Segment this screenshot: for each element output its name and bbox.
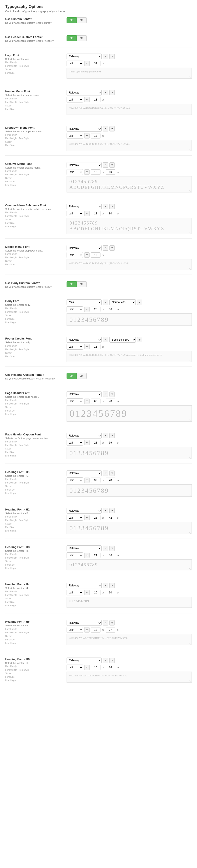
h6-subset-arrow-icon[interactable]: ▾ bbox=[84, 665, 89, 670]
use-custom-fonts-off-btn[interactable]: Off bbox=[77, 17, 87, 23]
page-header-font-x-icon[interactable]: ✕ bbox=[103, 392, 108, 397]
header-menu-font-resize-handle[interactable]: ⤡ bbox=[189, 112, 191, 114]
h3-font-subset-select[interactable]: Latin bbox=[67, 552, 83, 558]
mobile-menu-font-x-icon[interactable]: ✕ bbox=[103, 245, 108, 251]
h2-font-size-input[interactable] bbox=[91, 515, 101, 520]
page-header-font-subset-select[interactable]: Latin bbox=[67, 398, 83, 404]
h2-font-arrow-icon[interactable]: ▾ bbox=[110, 508, 115, 513]
dropdown-menu-subset-arrow-icon[interactable]: ▾ bbox=[84, 133, 89, 138]
creative-menu-sub-font-subset-select[interactable]: Latin bbox=[67, 211, 83, 216]
h2-font-resize-handle[interactable]: ⤡ bbox=[189, 531, 191, 533]
body-font-weight-arrow-icon[interactable]: ▾ bbox=[137, 300, 142, 305]
creative-menu-sub-subset-arrow-icon[interactable]: ▾ bbox=[84, 211, 89, 216]
footer-credits-font-size-input[interactable] bbox=[91, 344, 101, 349]
h5-font-size-input[interactable] bbox=[91, 627, 101, 632]
page-header-caption-font-x-icon[interactable]: ✕ bbox=[103, 433, 108, 438]
h4-font-arrow-icon[interactable]: ▾ bbox=[110, 583, 115, 588]
dropdown-menu-font-resize-handle[interactable]: ⤡ bbox=[189, 148, 191, 150]
logo-font-subset-select[interactable]: Latin bbox=[67, 61, 83, 66]
page-header-font-arrow-icon[interactable]: ▾ bbox=[110, 392, 115, 397]
header-menu-font-size-input[interactable] bbox=[91, 97, 101, 102]
footer-credits-font-weight-arrow-icon[interactable]: ▾ bbox=[137, 337, 142, 342]
use-body-custom-fonts-on-btn[interactable]: On bbox=[67, 281, 77, 287]
creative-menu-font-resize-handle[interactable]: ⤡ bbox=[189, 190, 191, 192]
mobile-menu-font-arrow-icon[interactable]: ▾ bbox=[110, 245, 115, 251]
dropdown-menu-font-size-input[interactable] bbox=[91, 133, 101, 138]
use-heading-custom-fonts-off-btn[interactable]: Off bbox=[77, 373, 87, 379]
page-header-font-resize-handle[interactable]: ⤡ bbox=[189, 419, 191, 421]
body-subset-arrow-icon[interactable]: ▾ bbox=[84, 307, 89, 312]
creative-menu-font-family-select[interactable]: Raleway bbox=[67, 162, 102, 168]
h2-font-x-icon[interactable]: ✕ bbox=[103, 508, 108, 513]
h3-font-lh-input[interactable] bbox=[106, 553, 115, 558]
h2-font-subset-select[interactable]: Latin bbox=[67, 515, 83, 521]
creative-menu-sub-font-resize-handle[interactable]: ⤡ bbox=[189, 231, 191, 233]
logo-font-resize-handle[interactable]: ⤡ bbox=[189, 76, 191, 78]
logo-font-family-select[interactable]: Raleway bbox=[67, 54, 102, 59]
page-header-subset-arrow-icon[interactable]: ▾ bbox=[84, 399, 89, 404]
h4-font-resize-handle[interactable]: ⤡ bbox=[189, 605, 191, 607]
page-header-caption-font-lh-input[interactable] bbox=[106, 440, 115, 445]
h6-font-size-input[interactable] bbox=[91, 665, 101, 670]
header-menu-font-subset-select[interactable]: Latin bbox=[67, 97, 83, 102]
page-header-caption-font-family-select[interactable]: Raleway bbox=[67, 433, 102, 438]
h6-font-arrow-icon[interactable]: ▾ bbox=[110, 658, 115, 663]
h2-font-family-select[interactable]: Raleway bbox=[67, 508, 102, 514]
body-font-lh-input[interactable] bbox=[106, 307, 115, 312]
h1-font-lh-input[interactable] bbox=[106, 477, 115, 483]
footer-credits-subset-arrow-icon[interactable]: ▾ bbox=[84, 344, 89, 349]
h2-subset-arrow-icon[interactable]: ▾ bbox=[84, 515, 89, 520]
creative-menu-subset-arrow-icon[interactable]: ▾ bbox=[84, 169, 89, 175]
logo-subset-arrow-icon[interactable]: ▾ bbox=[84, 61, 89, 66]
h5-font-arrow-icon[interactable]: ▾ bbox=[110, 620, 115, 625]
creative-menu-font-x-icon[interactable]: ✕ bbox=[103, 162, 108, 168]
h1-font-family-select[interactable]: Raleway bbox=[67, 470, 102, 476]
mobile-menu-font-size-input[interactable] bbox=[91, 252, 101, 258]
use-heading-custom-fonts-on-btn[interactable]: On bbox=[67, 373, 77, 379]
h5-font-subset-select[interactable]: Latin bbox=[67, 627, 83, 633]
use-header-custom-fonts-off-btn[interactable]: Off bbox=[77, 35, 87, 41]
body-font-weight-select[interactable]: Normal 400 bbox=[110, 299, 136, 305]
creative-menu-font-size-input[interactable] bbox=[91, 169, 101, 175]
page-header-caption-font-size-input[interactable] bbox=[91, 440, 101, 445]
logo-font-x-icon[interactable]: ✕ bbox=[103, 54, 108, 59]
footer-credits-font-weight-select[interactable]: Semi-Bold 600 bbox=[110, 337, 136, 343]
creative-menu-sub-font-x-icon[interactable]: ✕ bbox=[103, 204, 108, 209]
footer-credits-font-x-icon[interactable]: ✕ bbox=[103, 337, 108, 342]
h3-font-resize-handle[interactable]: ⤡ bbox=[189, 567, 191, 570]
h1-font-resize-handle[interactable]: ⤡ bbox=[189, 494, 191, 496]
use-custom-fonts-on-btn[interactable]: On bbox=[67, 17, 77, 23]
body-font-x-icon[interactable]: ✕ bbox=[103, 300, 108, 305]
h3-font-size-input[interactable] bbox=[91, 553, 101, 558]
footer-credits-font-family-select[interactable]: Raleway bbox=[67, 337, 102, 343]
h3-font-x-icon[interactable]: ✕ bbox=[103, 546, 108, 551]
h6-font-resize-handle[interactable]: ⤡ bbox=[189, 680, 191, 682]
footer-credits-font-subset-select[interactable]: Latin bbox=[67, 344, 83, 350]
logo-font-arrow-icon[interactable]: ▾ bbox=[110, 54, 115, 59]
h3-font-family-select[interactable]: Raleway bbox=[67, 546, 102, 551]
dropdown-menu-font-subset-select[interactable]: Latin bbox=[67, 133, 83, 139]
creative-menu-font-arrow-icon[interactable]: ▾ bbox=[110, 162, 115, 168]
page-header-caption-font-subset-select[interactable]: Latin bbox=[67, 440, 83, 445]
creative-menu-font-subset-select[interactable]: Latin bbox=[67, 169, 83, 175]
creative-menu-font-lh-input[interactable] bbox=[106, 169, 115, 175]
h4-font-family-select[interactable]: Raleway bbox=[67, 583, 102, 588]
h5-font-lh-input[interactable] bbox=[106, 627, 115, 632]
h5-font-x-icon[interactable]: ✕ bbox=[103, 620, 108, 625]
h5-font-family-select[interactable]: Raleway bbox=[67, 620, 102, 626]
h6-font-lh-input[interactable] bbox=[106, 665, 115, 670]
dropdown-menu-font-x-icon[interactable]: ✕ bbox=[103, 126, 108, 131]
h4-font-lh-input[interactable] bbox=[106, 590, 115, 595]
h4-font-subset-select[interactable]: Latin bbox=[67, 590, 83, 595]
h5-font-resize-handle[interactable]: ⤡ bbox=[189, 642, 191, 644]
h4-font-size-input[interactable] bbox=[91, 590, 101, 595]
body-font-size-input[interactable] bbox=[91, 307, 101, 312]
h4-font-x-icon[interactable]: ✕ bbox=[103, 583, 108, 588]
page-header-caption-font-resize-handle[interactable]: ⤡ bbox=[189, 456, 191, 459]
page-header-font-lh-input[interactable] bbox=[106, 399, 115, 404]
h3-font-arrow-icon[interactable]: ▾ bbox=[110, 546, 115, 551]
creative-menu-sub-font-lh-input[interactable] bbox=[106, 211, 115, 216]
h3-subset-arrow-icon[interactable]: ▾ bbox=[84, 553, 89, 558]
h4-subset-arrow-icon[interactable]: ▾ bbox=[84, 590, 89, 595]
h1-font-arrow-icon[interactable]: ▾ bbox=[110, 470, 115, 476]
